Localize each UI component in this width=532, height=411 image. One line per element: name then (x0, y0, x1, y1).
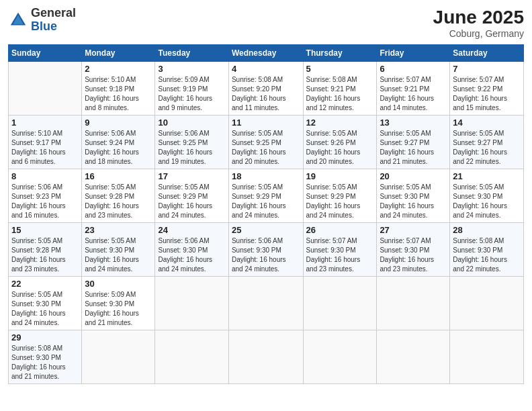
day-number: 10 (158, 118, 225, 128)
day-number: 14 (453, 118, 521, 128)
day-info: Sunrise: 5:07 AM Sunset: 9:30 PM Dayligh… (306, 236, 374, 274)
calendar-table: SundayMondayTuesdayWednesdayThursdayFrid… (8, 44, 524, 384)
day-header-wednesday: Wednesday (228, 45, 303, 62)
calendar-cell: 3Sunrise: 5:09 AM Sunset: 9:19 PM Daylig… (155, 62, 228, 116)
calendar-cell: 26Sunrise: 5:07 AM Sunset: 9:30 PM Dayli… (303, 223, 377, 277)
day-number: 23 (85, 225, 152, 235)
calendar-cell: 4Sunrise: 5:08 AM Sunset: 9:20 PM Daylig… (228, 62, 303, 116)
calendar-cell (377, 277, 450, 330)
calendar-row: 1Sunrise: 5:10 AM Sunset: 9:17 PM Daylig… (9, 116, 524, 169)
calendar-cell (9, 62, 82, 116)
calendar-cell: 23Sunrise: 5:05 AM Sunset: 9:30 PM Dayli… (82, 223, 155, 277)
day-header-tuesday: Tuesday (155, 45, 228, 62)
calendar-cell (303, 330, 377, 384)
calendar-row: 2Sunrise: 5:10 AM Sunset: 9:18 PM Daylig… (9, 62, 524, 116)
calendar-cell: 27Sunrise: 5:07 AM Sunset: 9:30 PM Dayli… (377, 223, 450, 277)
day-info: Sunrise: 5:06 AM Sunset: 9:30 PM Dayligh… (232, 236, 300, 274)
calendar-cell: 9Sunrise: 5:06 AM Sunset: 9:24 PM Daylig… (82, 116, 155, 169)
day-info: Sunrise: 5:07 AM Sunset: 9:22 PM Dayligh… (453, 75, 521, 113)
day-header-sunday: Sunday (9, 45, 82, 62)
day-info: Sunrise: 5:05 AM Sunset: 9:30 PM Dayligh… (453, 183, 521, 220)
calendar-cell: 14Sunrise: 5:05 AM Sunset: 9:27 PM Dayli… (450, 116, 524, 169)
calendar-cell (450, 277, 524, 330)
day-info: Sunrise: 5:05 AM Sunset: 9:30 PM Dayligh… (11, 290, 79, 328)
day-info: Sunrise: 5:07 AM Sunset: 9:21 PM Dayligh… (380, 75, 447, 113)
day-info: Sunrise: 5:08 AM Sunset: 9:20 PM Dayligh… (232, 75, 300, 113)
calendar-cell: 7Sunrise: 5:07 AM Sunset: 9:22 PM Daylig… (450, 62, 524, 116)
calendar-cell: 18Sunrise: 5:05 AM Sunset: 9:29 PM Dayli… (228, 169, 303, 223)
calendar-cell: 29Sunrise: 5:08 AM Sunset: 9:30 PM Dayli… (9, 330, 82, 384)
calendar-cell (228, 330, 303, 384)
calendar-cell: 2Sunrise: 5:10 AM Sunset: 9:18 PM Daylig… (82, 62, 155, 116)
day-info: Sunrise: 5:05 AM Sunset: 9:28 PM Dayligh… (11, 236, 79, 274)
day-number: 24 (158, 225, 225, 235)
day-number: 12 (306, 118, 374, 128)
logo-general: General (31, 6, 76, 19)
calendar-cell: 8Sunrise: 5:06 AM Sunset: 9:23 PM Daylig… (9, 169, 82, 223)
calendar-cell: 28Sunrise: 5:08 AM Sunset: 9:30 PM Dayli… (450, 223, 524, 277)
day-info: Sunrise: 5:05 AM Sunset: 9:30 PM Dayligh… (380, 183, 447, 220)
day-number: 16 (85, 171, 152, 181)
month-title: June 2025 (433, 7, 524, 28)
calendar-cell: 10Sunrise: 5:06 AM Sunset: 9:25 PM Dayli… (155, 116, 228, 169)
day-number: 25 (232, 225, 300, 235)
day-header-thursday: Thursday (303, 45, 377, 62)
day-info: Sunrise: 5:06 AM Sunset: 9:23 PM Dayligh… (11, 183, 79, 220)
day-info: Sunrise: 5:05 AM Sunset: 9:27 PM Dayligh… (453, 129, 521, 167)
day-info: Sunrise: 5:08 AM Sunset: 9:21 PM Dayligh… (306, 75, 374, 113)
day-header-saturday: Saturday (450, 45, 524, 62)
day-info: Sunrise: 5:10 AM Sunset: 9:17 PM Dayligh… (11, 129, 79, 167)
day-number: 19 (306, 171, 374, 181)
day-info: Sunrise: 5:05 AM Sunset: 9:28 PM Dayligh… (85, 183, 152, 220)
day-info: Sunrise: 5:06 AM Sunset: 9:25 PM Dayligh… (158, 129, 225, 167)
day-number: 21 (453, 171, 521, 181)
calendar-cell: 19Sunrise: 5:05 AM Sunset: 9:29 PM Dayli… (303, 169, 377, 223)
day-number: 28 (453, 225, 521, 235)
calendar-row: 8Sunrise: 5:06 AM Sunset: 9:23 PM Daylig… (9, 169, 524, 223)
logo: General Blue (8, 7, 76, 34)
calendar-cell: 13Sunrise: 5:05 AM Sunset: 9:27 PM Dayli… (377, 116, 450, 169)
day-info: Sunrise: 5:09 AM Sunset: 9:30 PM Dayligh… (85, 290, 152, 328)
logo-text: General Blue (31, 7, 76, 34)
calendar-cell: 22Sunrise: 5:05 AM Sunset: 9:30 PM Dayli… (9, 277, 82, 330)
calendar-cell (450, 330, 524, 384)
day-info: Sunrise: 5:06 AM Sunset: 9:30 PM Dayligh… (158, 236, 225, 274)
calendar-cell (303, 277, 377, 330)
day-info: Sunrise: 5:05 AM Sunset: 9:27 PM Dayligh… (380, 129, 447, 167)
day-number: 20 (380, 171, 447, 181)
day-number: 9 (85, 118, 152, 128)
day-info: Sunrise: 5:05 AM Sunset: 9:29 PM Dayligh… (232, 183, 300, 220)
day-number: 17 (158, 171, 225, 181)
calendar-cell (228, 277, 303, 330)
calendar-cell: 25Sunrise: 5:06 AM Sunset: 9:30 PM Dayli… (228, 223, 303, 277)
day-number: 13 (380, 118, 447, 128)
day-info: Sunrise: 5:05 AM Sunset: 9:25 PM Dayligh… (232, 129, 300, 167)
calendar-cell: 1Sunrise: 5:10 AM Sunset: 9:17 PM Daylig… (9, 116, 82, 169)
day-number: 29 (11, 332, 79, 342)
day-number: 6 (380, 64, 447, 74)
day-info: Sunrise: 5:08 AM Sunset: 9:30 PM Dayligh… (453, 236, 521, 274)
title-area: June 2025 Coburg, Germany (433, 7, 524, 39)
calendar-cell: 30Sunrise: 5:09 AM Sunset: 9:30 PM Dayli… (82, 277, 155, 330)
logo-blue: Blue (31, 19, 57, 33)
day-number: 3 (158, 64, 225, 74)
calendar-cell: 11Sunrise: 5:05 AM Sunset: 9:25 PM Dayli… (228, 116, 303, 169)
day-number: 30 (85, 279, 152, 289)
day-info: Sunrise: 5:09 AM Sunset: 9:19 PM Dayligh… (158, 75, 225, 113)
calendar-cell: 12Sunrise: 5:05 AM Sunset: 9:26 PM Dayli… (303, 116, 377, 169)
day-number: 26 (306, 225, 374, 235)
day-number: 5 (306, 64, 374, 74)
day-number: 7 (453, 64, 521, 74)
day-info: Sunrise: 5:05 AM Sunset: 9:26 PM Dayligh… (306, 129, 374, 167)
day-info: Sunrise: 5:05 AM Sunset: 9:29 PM Dayligh… (158, 183, 225, 220)
calendar-cell: 20Sunrise: 5:05 AM Sunset: 9:30 PM Dayli… (377, 169, 450, 223)
calendar-row: 29Sunrise: 5:08 AM Sunset: 9:30 PM Dayli… (9, 330, 524, 384)
logo-icon (8, 10, 28, 30)
calendar-row: 22Sunrise: 5:05 AM Sunset: 9:30 PM Dayli… (9, 277, 524, 330)
day-number: 11 (232, 118, 300, 128)
calendar-cell: 15Sunrise: 5:05 AM Sunset: 9:28 PM Dayli… (9, 223, 82, 277)
calendar-cell (155, 330, 228, 384)
calendar-cell: 21Sunrise: 5:05 AM Sunset: 9:30 PM Dayli… (450, 169, 524, 223)
calendar-cell: 24Sunrise: 5:06 AM Sunset: 9:30 PM Dayli… (155, 223, 228, 277)
day-number: 4 (232, 64, 300, 74)
